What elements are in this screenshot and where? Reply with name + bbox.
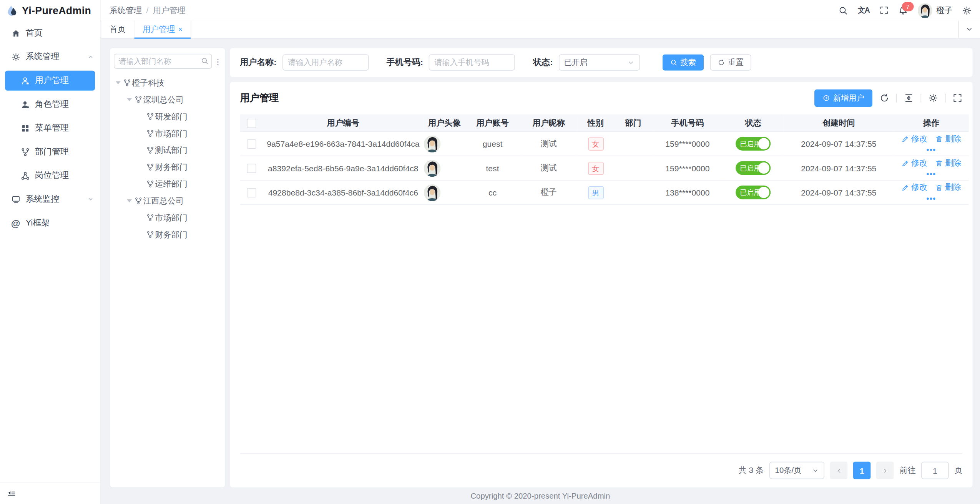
status-toggle[interactable]: 已启用 (736, 161, 771, 175)
row-checkbox[interactable] (247, 164, 256, 173)
caret-down-icon[interactable] (116, 81, 121, 84)
tree-node[interactable]: 财务部门 (114, 226, 221, 243)
pencil-icon (901, 184, 909, 192)
caret-down-icon[interactable] (127, 98, 132, 101)
table-header-row: 用户编号 用户头像 用户账号 用户昵称 性别 部门 手机号码 状态 创建时间 (240, 114, 968, 132)
select-all-checkbox[interactable] (247, 118, 256, 128)
row-density-icon[interactable] (904, 93, 914, 103)
reset-button[interactable]: 重置 (710, 54, 751, 70)
cell-dept (614, 156, 653, 180)
breadcrumb-item-system[interactable]: 系统管理 (110, 5, 142, 16)
delete-button[interactable]: 删除 (935, 133, 961, 144)
sidebar-item-post-management[interactable]: 岗位管理 (0, 164, 100, 187)
tree-more-icon[interactable]: ⋮ (214, 57, 221, 65)
sidebar-item-label: Yi框架 (26, 217, 50, 229)
sidebar-item-label: 岗位管理 (35, 170, 69, 181)
search-icon[interactable] (838, 5, 848, 15)
sidebar-item-yi-framework[interactable]: @ Yi框架 (0, 211, 100, 235)
col-avatar: 用户头像 (424, 114, 465, 132)
col-created: 创建时间 (784, 114, 894, 132)
edit-button[interactable]: 修改 (901, 158, 927, 169)
dept-search-input[interactable] (114, 54, 212, 69)
delete-button[interactable]: 删除 (935, 158, 961, 169)
sidebar-item-role-management[interactable]: 角色管理 (0, 93, 100, 116)
page-number-button[interactable]: 1 (853, 462, 871, 479)
tree-node[interactable]: 测试部门 (114, 142, 221, 159)
cell-phone: 159****0000 (653, 131, 723, 156)
tree-node[interactable]: 橙子科技 (114, 75, 221, 91)
user-table: 用户编号 用户头像 用户账号 用户昵称 性别 部门 手机号码 状态 创建时间 (240, 114, 968, 205)
user-table-card: 用户管理 新增用户 (230, 82, 972, 487)
close-icon[interactable]: × (178, 26, 182, 33)
tree-node[interactable]: 市场部门 (114, 125, 221, 142)
row-checkbox[interactable] (247, 188, 256, 197)
col-user-id: 用户编号 (262, 114, 424, 132)
refresh-table-icon[interactable] (879, 93, 889, 103)
fullscreen-icon[interactable] (879, 5, 889, 15)
pagination-total: 共 3 条 (739, 465, 764, 476)
sidebar-item-user-management[interactable]: 用户管理 (5, 71, 95, 91)
tree-node[interactable]: 运维部门 (114, 176, 221, 192)
tab-options-chevron[interactable] (958, 21, 980, 38)
delete-label: 删除 (945, 182, 961, 193)
app-logo[interactable]: Yi-PureAdmin (0, 0, 100, 21)
name-filter-label: 用户名称: (240, 57, 276, 68)
edit-button[interactable]: 修改 (901, 182, 927, 193)
tree-node[interactable]: 研发部门 (114, 108, 221, 125)
sidebar-item-dept-management[interactable]: 部门管理 (0, 140, 100, 164)
branch-icon (123, 79, 131, 87)
tab-user-management[interactable]: 用户管理 × (135, 21, 191, 38)
phone-filter-input[interactable] (429, 54, 515, 70)
sidebar-item-label: 首页 (26, 28, 43, 39)
column-settings-icon[interactable] (928, 93, 938, 103)
status-select[interactable]: 已开启 (558, 54, 639, 70)
add-user-button[interactable]: 新增用户 (814, 90, 872, 107)
collapse-sidebar-icon[interactable] (7, 489, 16, 498)
avatar (424, 160, 465, 177)
tab-label: 首页 (110, 24, 126, 35)
edit-button[interactable]: 修改 (901, 133, 927, 144)
row-checkbox[interactable] (247, 139, 256, 149)
copyright-text: Copyright © 2020-present Yi-PureAdmin (470, 491, 610, 500)
prev-page-button[interactable] (830, 462, 848, 479)
sidebar-item-label: 部门管理 (35, 146, 69, 158)
logo-drop-icon (6, 4, 18, 17)
branch-icon (146, 113, 154, 121)
status-select-value: 已开启 (564, 57, 627, 68)
card-title: 用户管理 (240, 91, 279, 104)
delete-button[interactable]: 删除 (935, 182, 961, 193)
cell-dept (614, 180, 653, 204)
sidebar-footer (0, 482, 100, 504)
more-actions-button[interactable]: ••• (926, 170, 936, 179)
goto-page-input[interactable] (921, 462, 949, 479)
status-toggle[interactable]: 已启用 (736, 186, 771, 199)
more-actions-button[interactable]: ••• (926, 194, 936, 203)
next-page-button[interactable] (876, 462, 894, 479)
more-actions-button[interactable]: ••• (926, 146, 936, 154)
pencil-icon (901, 135, 909, 143)
caret-down-icon[interactable] (127, 199, 132, 202)
delete-label: 删除 (945, 133, 961, 144)
notification-bell[interactable]: 7 (898, 5, 908, 15)
sidebar-item-system-management[interactable]: 系统管理 (0, 45, 100, 69)
tree-node[interactable]: 市场部门 (114, 209, 221, 226)
table-fullscreen-icon[interactable] (952, 93, 962, 103)
translate-icon[interactable]: 文A (858, 5, 869, 16)
tree-node-label: 测试部门 (155, 144, 188, 156)
tab-bar: 首页 用户管理 × (101, 21, 980, 39)
plus-circle-icon (822, 94, 830, 102)
user-menu[interactable]: 橙子 (917, 3, 952, 18)
tree-node[interactable]: 财务部门 (114, 159, 221, 176)
sidebar-item-system-monitor[interactable]: 系统监控 (0, 187, 100, 211)
status-toggle[interactable]: 已启用 (736, 137, 771, 151)
tab-home[interactable]: 首页 (101, 21, 135, 38)
sidebar-item-menu-management[interactable]: 菜单管理 (0, 116, 100, 140)
tree-node-label: 江西总公司 (143, 195, 184, 206)
tree-node[interactable]: 深圳总公司 (114, 91, 221, 108)
name-filter-input[interactable] (282, 54, 368, 70)
settings-gear-icon[interactable] (962, 5, 972, 15)
search-button[interactable]: 搜索 (662, 54, 703, 70)
tree-node[interactable]: 江西总公司 (114, 192, 221, 209)
page-size-select[interactable]: 10条/页 (769, 462, 824, 479)
sidebar-item-home[interactable]: 首页 (0, 21, 100, 45)
